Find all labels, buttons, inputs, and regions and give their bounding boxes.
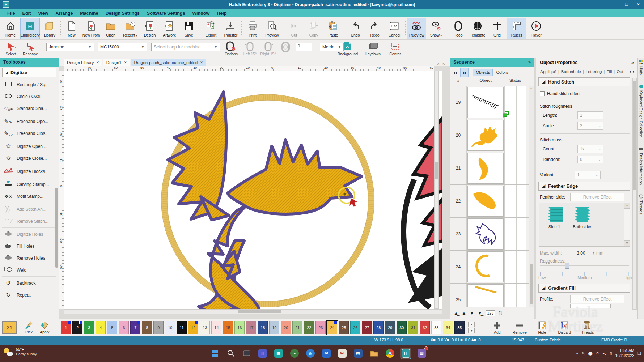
taskbar-app-word[interactable]: W: [352, 348, 364, 359]
hoop-options-button[interactable]: ⚙ Options: [222, 41, 240, 56]
taskbar-app-edge[interactable]: e: [305, 348, 316, 359]
color-swatch-8[interactable]: 8: [142, 321, 152, 334]
properties-tab-out[interactable]: Out: [615, 69, 625, 74]
docked-panel-keyboard-design-collection[interactable]: Keyboard Design Collection: [639, 84, 643, 137]
toolbar-button-transfer[interactable]: Transfer: [221, 18, 240, 39]
reshape-tool-button[interactable]: Reshape: [21, 41, 40, 56]
menu-help[interactable]: Help: [213, 11, 230, 16]
notifications-icon[interactable]: ❏: [637, 351, 641, 356]
menu-software-settings[interactable]: Software Settings: [143, 11, 189, 16]
sequence-row-19[interactable]: 19: [450, 86, 534, 119]
color-swatch-23[interactable]: 23: [315, 321, 326, 334]
taskbar-app-store[interactable]: ▦: [273, 348, 284, 359]
color-swatch-30[interactable]: 30: [397, 321, 407, 334]
feather-options-scrollbar[interactable]: ▲ ▼: [624, 203, 630, 246]
close-tab-icon[interactable]: ✕: [124, 61, 127, 64]
toolbar-button-grid[interactable]: Grid: [487, 18, 507, 39]
color-swatch-26[interactable]: 26: [350, 321, 360, 334]
canvas-vertical-scrollbar[interactable]: [434, 71, 439, 309]
battery-tray-icon[interactable]: ▯: [610, 351, 612, 356]
remove-button[interactable]: Remove: [510, 321, 529, 335]
hand-stitch-section-header[interactable]: ◢ Hand Stitch: [538, 77, 630, 86]
hoop-select[interactable]: Select hoop for machine...▼: [151, 43, 220, 51]
color-swatch-34[interactable]: 34: [443, 321, 453, 334]
wifi-tray-icon[interactable]: ◠: [596, 351, 599, 356]
color-swatch-20[interactable]: 20: [281, 321, 291, 334]
object-thumbnail[interactable]: [467, 153, 504, 184]
color-swatch-13[interactable]: 13: [200, 321, 210, 334]
menu-file[interactable]: File: [4, 11, 19, 16]
color-swatch-5[interactable]: 5: [107, 321, 117, 334]
feather-edge-section-header[interactable]: ◢ Feather Edge: [538, 182, 630, 191]
toolbar-button-recent[interactable]: Recent ▾: [120, 18, 140, 39]
menu-arrange[interactable]: Arrange: [52, 11, 76, 16]
color-swatch-1[interactable]: 1: [61, 321, 71, 334]
properties-tab-appliqu[interactable]: Appliqué: [538, 69, 558, 74]
taskbar-app-explorer[interactable]: [368, 348, 380, 359]
tool-repeat[interactable]: ↻Repeat: [0, 289, 59, 301]
color-swatch-12[interactable]: 12: [188, 321, 198, 334]
count-select[interactable]: 1x⌄: [577, 145, 603, 153]
feather-option-both-sides[interactable]: Both sides: [568, 206, 597, 229]
taskbar-app-xbox[interactable]: ∞: [289, 348, 300, 359]
color-swatch-24[interactable]: 24: [327, 321, 337, 334]
add-button[interactable]: Add: [488, 321, 507, 335]
color-swatch-35[interactable]: 35: [454, 321, 465, 334]
taskbar-app-start[interactable]: [209, 348, 220, 359]
variant-select[interactable]: 1⌄: [575, 171, 601, 179]
max-width-value[interactable]: 3.00: [571, 251, 591, 256]
rotate-left-button[interactable]: Left 15°: [242, 41, 258, 56]
color-swatch-4[interactable]: 4: [96, 321, 106, 334]
close-tab-icon[interactable]: ✕: [96, 61, 99, 64]
tab-design-library[interactable]: Design Library✕: [64, 59, 102, 66]
toolbar-button-export[interactable]: Export: [201, 18, 221, 39]
move-to-end-button[interactable]: ▼̲: [478, 310, 482, 316]
color-swatch-29[interactable]: 29: [385, 321, 395, 334]
gradient-remove-effect-button[interactable]: Remove Effect: [570, 295, 624, 303]
raggedness-slider[interactable]: [540, 265, 629, 272]
sequence-back-button[interactable]: «: [452, 68, 459, 77]
toolbar-button-player[interactable]: Player: [526, 18, 546, 39]
color-swatch-14[interactable]: 14: [211, 321, 221, 334]
toolbox-scrollbar[interactable]: [55, 188, 58, 268]
machine-brand-select[interactable]: Janome▼: [46, 43, 94, 51]
minimize-button[interactable]: ─: [609, 0, 621, 9]
toolbar-button-cut[interactable]: ✂Cut: [284, 18, 304, 39]
tool-remove-stitch[interactable]: ⌒╱Remove Stitch...: [0, 215, 59, 227]
color-swatch-10[interactable]: 10: [165, 321, 175, 334]
weather-widget[interactable]: 55°F Partly sunny: [4, 347, 37, 357]
background-button[interactable]: Background: [335, 41, 360, 56]
move-down-button[interactable]: ▼: [470, 310, 474, 316]
toolbar-button-trueview[interactable]: TrueView: [407, 18, 426, 39]
toolbar-button-new[interactable]: New: [62, 18, 81, 39]
toolbar-button-rulers[interactable]: Rulers: [507, 18, 526, 39]
toolbar-button-new-from[interactable]: New From: [81, 18, 101, 39]
color-swatch-28[interactable]: 28: [373, 321, 384, 334]
object-properties-expand-button[interactable]: »: [631, 60, 634, 65]
taskbar-app-library[interactable]: ▤: [416, 348, 427, 359]
object-thumbnail[interactable]: [467, 218, 504, 250]
max-width-spinner[interactable]: ▲▼: [593, 251, 595, 255]
sequence-scrollbar[interactable]: ▲: [529, 86, 534, 307]
gradient-fill-section-header[interactable]: ◢ Gradient Fill: [538, 284, 630, 293]
tool-backtrack[interactable]: ↺Backtrack: [0, 277, 59, 289]
menu-view[interactable]: View: [34, 11, 52, 16]
color-swatch-19[interactable]: 19: [269, 321, 279, 334]
taskbar-app-task-view[interactable]: [241, 348, 252, 359]
toolbar-button-template[interactable]: Template: [468, 18, 487, 39]
object-thumbnail[interactable]: [467, 186, 504, 217]
pick-color-button[interactable]: Pick: [25, 321, 33, 334]
sequence-row-21[interactable]: 21: [450, 152, 534, 185]
taskbar-app-snip[interactable]: ✂: [336, 348, 348, 359]
hide-button[interactable]: Hide: [533, 321, 551, 335]
properties-tab-lettering[interactable]: Lettering: [584, 69, 604, 74]
sequence-row-23[interactable]: 23: [450, 218, 534, 251]
hidden-icons-button[interactable]: ˄: [576, 351, 578, 355]
sequence-row-25[interactable]: 25: [450, 284, 534, 307]
digitize-section-header[interactable]: ◢ Digitize: [2, 68, 56, 77]
taskbar-app-hatch[interactable]: H: [400, 348, 411, 359]
tool-weld[interactable]: Weld: [0, 264, 59, 276]
scroll-up-icon[interactable]: ▲: [624, 203, 630, 209]
sequence-row-20[interactable]: 20: [450, 119, 534, 152]
color-swatch-11[interactable]: 11: [177, 321, 187, 334]
